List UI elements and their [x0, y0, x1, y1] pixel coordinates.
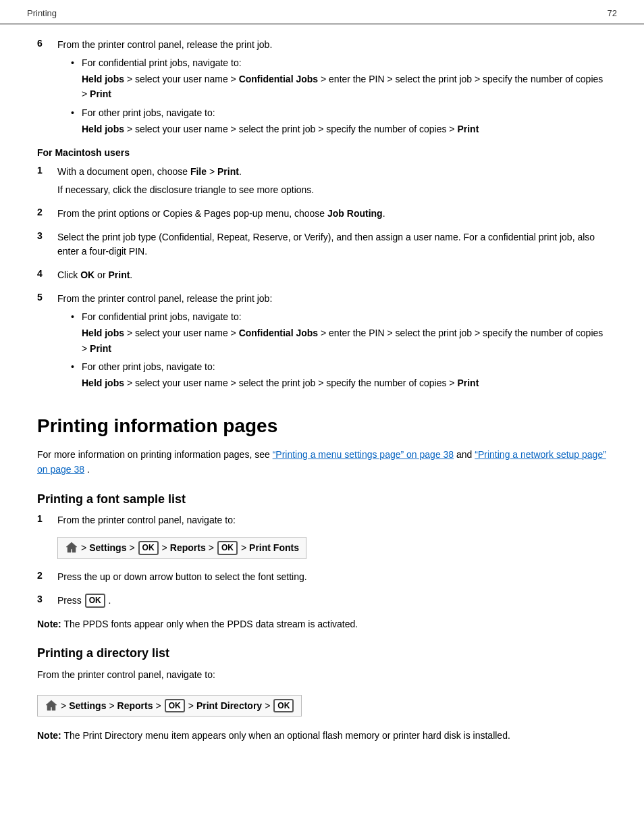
ok-btn-5: OK — [273, 699, 294, 713]
mac-step-2-text: From the print options or Copies & Pages… — [57, 207, 607, 221]
dir-nav-gt4: > — [188, 700, 194, 711]
dir-nav-reports: Reports — [117, 700, 153, 711]
font-nav-gt3: > — [162, 542, 167, 553]
mac-step-2: 2 From the print options or Copies & Pag… — [37, 207, 607, 225]
font-step-3-press: Press — [57, 595, 82, 606]
mac-step-3: 3 Select the print job type (Confidentia… — [37, 230, 607, 263]
step-6-bullets: For confidential print jobs, navigate to… — [57, 56, 607, 136]
dir-nav-gt2: > — [109, 700, 114, 711]
font-nav-gt5: > — [241, 542, 246, 553]
header-title: Printing — [27, 8, 57, 18]
font-step-1-num: 1 — [37, 513, 57, 524]
bullet-6-2: For other print jobs, navigate to: Held … — [71, 106, 607, 136]
mac-step-1: 1 With a document open, choose File > Pr… — [37, 165, 607, 201]
for-mac-heading: For Macintosh users — [37, 147, 607, 158]
mac-step-1-sub: If necessary, click the disclosure trian… — [57, 183, 607, 197]
main-content: 6 From the printer control panel, releas… — [0, 38, 644, 763]
note-text-1: The PPDS fonts appear only when the PPDS… — [63, 619, 358, 629]
mac-step-4-num: 4 — [37, 268, 57, 279]
intro-and: and — [456, 449, 475, 460]
dir-nav-gt1: > — [61, 700, 66, 711]
mac-step-3-text: Select the print job type (Confidential,… — [57, 230, 607, 259]
font-step-2-content: Press the up or down arrow button to sel… — [57, 570, 607, 588]
mac-step-5-text: From the printer control panel, release … — [57, 292, 607, 306]
dir-nav-box: > Settings > Reports > OK > Print Direct… — [37, 695, 302, 717]
font-step-3-text: Press OK . — [57, 594, 607, 608]
mac-step-5: 5 From the printer control panel, releas… — [37, 292, 607, 394]
intro-prefix: For more information on printing informa… — [37, 449, 273, 460]
mac-bullet-5-1-intro: For confidential print jobs, navigate to… — [82, 311, 242, 322]
nav-path-6-1: Held jobs > select your user name > Conf… — [82, 72, 607, 102]
font-step-1-text: From the printer control panel, navigate… — [57, 513, 607, 527]
mac-bullet-5-2-intro: For other print jobs, navigate to: — [82, 361, 215, 372]
dir-intro: From the printer control panel, navigate… — [37, 667, 607, 682]
big-heading-intro-text: For more information on printing informa… — [37, 447, 607, 477]
mac-step-5-num: 5 — [37, 292, 57, 303]
mac-step-2-content: From the print options or Copies & Pages… — [57, 207, 607, 225]
font-step-3-content: Press OK . — [57, 594, 607, 613]
ok-btn-3: OK — [85, 594, 105, 608]
nav-path-6-2: Held jobs > select your user name > sele… — [82, 122, 607, 136]
font-step-2-text: Press the up or down arrow button to sel… — [57, 570, 607, 584]
dir-note: Note: The Print Directory menu item appe… — [37, 729, 607, 743]
dir-nav-print-dir: Print Directory — [196, 700, 262, 711]
font-note: Note: The PPDS fonts appear only when th… — [37, 617, 607, 631]
nav-path-5-1: Held jobs > select your user name > Conf… — [82, 325, 607, 356]
mac-step-3-num: 3 — [37, 230, 57, 241]
font-step-3-num: 3 — [37, 594, 57, 604]
mac-step-4-text: Click OK or Print. — [57, 268, 607, 282]
step-6-text: From the printer control panel, release … — [57, 38, 607, 52]
bullet-6-1-intro: For confidential print jobs, navigate to… — [82, 57, 242, 68]
dir-nav-gt5: > — [265, 700, 270, 711]
bullet-6-2-intro: For other print jobs, navigate to: — [82, 107, 215, 118]
step-6-content: From the printer control panel, release … — [57, 38, 607, 140]
step-6: 6 From the printer control panel, releas… — [37, 38, 607, 140]
bullet-6-1: For confidential print jobs, navigate to… — [71, 56, 607, 102]
mac-step-4: 4 Click OK or Print. — [37, 268, 607, 286]
nav-path-5-2: Held jobs > select your user name > sele… — [82, 375, 607, 390]
font-sample-heading: Printing a font sample list — [37, 492, 607, 506]
mac-step-1-text: With a document open, choose File > Prin… — [57, 165, 607, 179]
font-nav-reports: Reports — [170, 542, 206, 553]
mac-bullet-5-1: For confidential print jobs, navigate to… — [71, 310, 607, 356]
link-menu-settings[interactable]: “Printing a menu settings page” on page … — [273, 449, 454, 460]
mac-step-1-num: 1 — [37, 165, 57, 176]
note-label-1: Note: — [37, 619, 61, 629]
font-step-2: 2 Press the up or down arrow button to s… — [37, 570, 607, 588]
mac-step-2-num: 2 — [37, 207, 57, 217]
note-label-2: Note: — [37, 730, 61, 741]
font-step-3: 3 Press OK . — [37, 594, 607, 613]
font-nav-print-fonts: Print Fonts — [249, 542, 299, 553]
intro-period: . — [87, 464, 90, 475]
font-nav-gt4: > — [209, 542, 214, 553]
dir-nav-gt3: > — [156, 700, 161, 711]
mac-bullet-5-2: For other print jobs, navigate to: Held … — [71, 360, 607, 390]
dir-heading: Printing a directory list — [37, 646, 607, 660]
mac-step-4-content: Click OK or Print. — [57, 268, 607, 286]
font-step-1: 1 From the printer control panel, naviga… — [37, 513, 607, 565]
dir-home-icon — [45, 699, 58, 712]
ok-btn-4: OK — [165, 699, 185, 713]
font-nav-settings: Settings — [89, 542, 126, 553]
note-text-2: The Print Directory menu item appears on… — [63, 730, 510, 741]
dir-nav-settings: Settings — [69, 700, 106, 711]
page-header: Printing 72 — [0, 0, 644, 24]
font-nav-box: > Settings > OK > Reports > OK > Print F… — [57, 537, 306, 559]
header-page-num: 72 — [608, 8, 617, 18]
mac-step-5-content: From the printer control panel, release … — [57, 292, 607, 394]
ok-btn-2: OK — [217, 541, 238, 555]
mac-step-1-content: With a document open, choose File > Prin… — [57, 165, 607, 201]
big-heading: Printing information pages — [37, 415, 607, 438]
mac-step-3-content: Select the print job type (Confidential,… — [57, 230, 607, 263]
mac-step-5-bullets: For confidential print jobs, navigate to… — [57, 310, 607, 390]
font-nav-gt2: > — [129, 542, 134, 553]
font-step-2-num: 2 — [37, 570, 57, 581]
font-step-1-content: From the printer control panel, navigate… — [57, 513, 607, 565]
home-icon — [65, 541, 78, 554]
font-step-3-period: . — [109, 595, 111, 606]
page: Printing 72 6 From the printer control p… — [0, 0, 644, 834]
ok-btn-1: OK — [138, 541, 159, 555]
font-nav-gt1: > — [81, 542, 86, 553]
step-6-num: 6 — [37, 38, 57, 49]
